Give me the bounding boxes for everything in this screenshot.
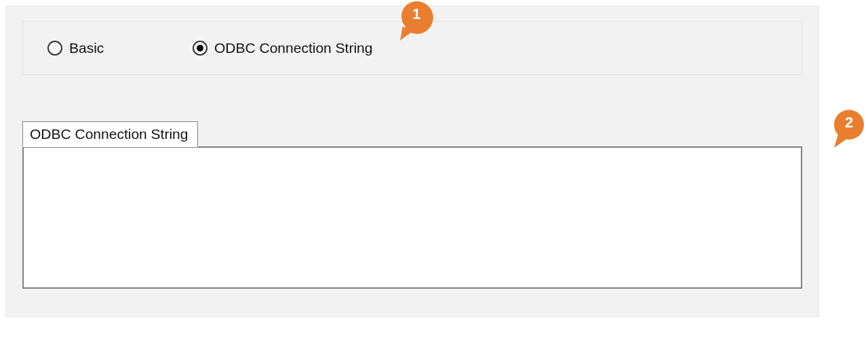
- radio-basic-label: Basic: [69, 40, 104, 56]
- radio-odbc-connection-string[interactable]: ODBC Connection String: [193, 40, 372, 56]
- page-root: Basic ODBC Connection String ODBC Connec…: [0, 0, 868, 347]
- annotation-number: 2: [831, 114, 867, 131]
- radio-basic[interactable]: Basic: [47, 40, 104, 56]
- connection-mode-radio-group: Basic ODBC Connection String: [22, 21, 802, 75]
- annotation-callout-2: 2: [831, 108, 867, 150]
- radio-odbc-label: ODBC Connection String: [214, 40, 372, 56]
- radio-icon: [193, 41, 208, 56]
- svg-point-1: [834, 110, 864, 140]
- teardrop-icon: [831, 108, 867, 150]
- tab-label: ODBC Connection String: [30, 126, 188, 142]
- tab-body: [22, 146, 802, 289]
- radio-dot-icon: [197, 45, 203, 52]
- radio-icon: [47, 41, 62, 56]
- settings-panel: Basic ODBC Connection String ODBC Connec…: [5, 5, 819, 317]
- odbc-tabset: ODBC Connection String: [22, 121, 802, 289]
- tab-odbc-connection-string[interactable]: ODBC Connection String: [22, 121, 198, 147]
- odbc-connection-string-input[interactable]: [22, 146, 802, 289]
